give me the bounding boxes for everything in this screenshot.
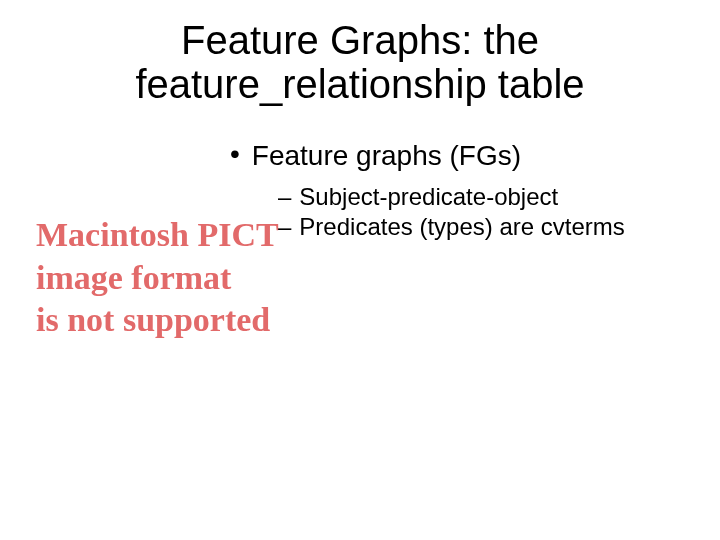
sub-bullet-1: –Subject-predicate-object xyxy=(278,182,558,212)
pict-line-1: Macintosh PICT xyxy=(36,214,279,257)
sub-bullet-2: –Predicates (types) are cvterms xyxy=(278,212,625,242)
pict-error-message: Macintosh PICT image format is not suppo… xyxy=(36,214,279,342)
slide: Feature Graphs: the feature_relationship… xyxy=(0,0,720,540)
sub-bullet-2-text: Predicates (types) are cvterms xyxy=(299,213,624,240)
bullet-text: Feature graphs (FGs) xyxy=(252,140,521,171)
sub-bullet-1-text: Subject-predicate-object xyxy=(299,183,558,210)
pict-line-2: image format xyxy=(36,257,279,300)
slide-title: Feature Graphs: the feature_relationship… xyxy=(0,18,720,106)
dash-icon: – xyxy=(278,183,291,210)
bullet-level-1: •Feature graphs (FGs) xyxy=(230,140,521,172)
dash-icon: – xyxy=(278,213,291,240)
bullet-marker: • xyxy=(230,138,240,170)
pict-line-3: is not supported xyxy=(36,299,279,342)
